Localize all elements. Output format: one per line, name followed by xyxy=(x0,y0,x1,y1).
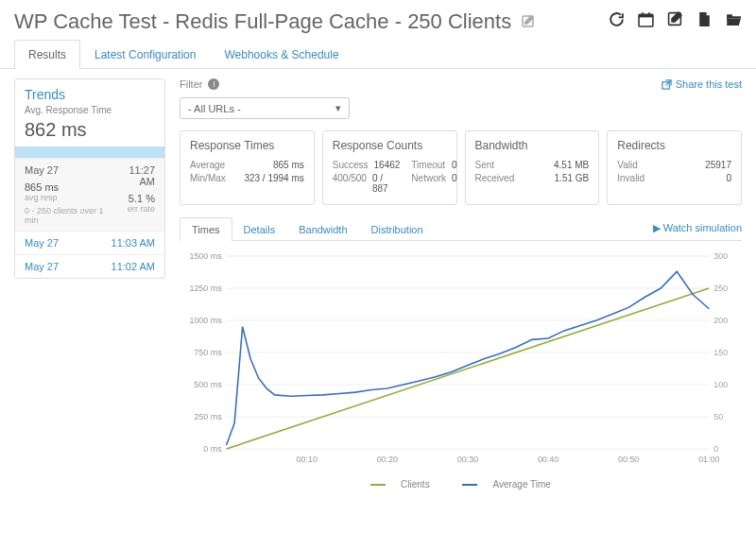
chart-tab-distribution[interactable]: Distribution xyxy=(359,217,436,241)
svg-text:50: 50 xyxy=(713,412,723,421)
svg-rect-3 xyxy=(642,12,644,15)
svg-text:100: 100 xyxy=(713,380,728,389)
page-title: WP Cache Test - Redis Full-Page Cache - … xyxy=(14,9,511,34)
tab-results[interactable]: Results xyxy=(14,40,80,69)
compose-icon[interactable] xyxy=(667,11,683,32)
filter-label: Filter xyxy=(180,78,202,90)
svg-text:01:00: 01:00 xyxy=(698,455,719,464)
trend-current-row[interactable]: May 27 865 ms avg resp 0 - 250 clients o… xyxy=(15,158,164,231)
trend-history-row[interactable]: May 27 11:03 AM xyxy=(15,231,164,254)
svg-text:00:40: 00:40 xyxy=(538,455,558,464)
tab-webhooks[interactable]: Webhooks & Schedule xyxy=(210,40,352,69)
trends-value: 862 ms xyxy=(15,119,164,146)
chart-tab-times[interactable]: Times xyxy=(180,217,232,241)
watch-simulation-link[interactable]: ▶ Watch simulation xyxy=(653,216,742,240)
svg-text:0 ms: 0 ms xyxy=(203,444,222,454)
trends-subtitle: Avg. Response Time xyxy=(25,105,155,115)
chart-tab-details[interactable]: Details xyxy=(232,217,288,241)
chart-times: 0 ms250 ms500 ms750 ms1000 ms1250 ms1500… xyxy=(180,249,742,475)
card-bandwidth: Bandwidth Sent4.51 MB Received1.51 GB xyxy=(465,130,600,205)
calendar-icon[interactable] xyxy=(638,11,654,32)
svg-text:00:10: 00:10 xyxy=(297,455,318,464)
folder-open-icon[interactable] xyxy=(726,11,742,32)
info-icon[interactable]: ! xyxy=(208,78,219,90)
refresh-icon[interactable] xyxy=(609,11,625,32)
trend-err-value: 5.1 % xyxy=(129,193,155,204)
svg-text:200: 200 xyxy=(713,316,728,325)
trend-time: 11:27 AM xyxy=(129,164,155,187)
svg-text:1000 ms: 1000 ms xyxy=(189,316,222,325)
card-redirects: Redirects Valid25917 Invalid0 xyxy=(607,130,742,205)
svg-rect-4 xyxy=(648,12,650,15)
svg-text:00:20: 00:20 xyxy=(377,455,398,464)
svg-text:0: 0 xyxy=(713,444,718,454)
trend-date: May 27 xyxy=(25,164,59,176)
svg-text:150: 150 xyxy=(713,348,728,357)
chart-tab-bandwidth[interactable]: Bandwidth xyxy=(286,217,359,241)
card-response-counts: Response Counts Success16462 400/5000 / … xyxy=(322,130,457,205)
trends-title: Trends xyxy=(25,87,155,102)
tab-latest-config[interactable]: Latest Configuration xyxy=(80,40,210,69)
trends-panel: Trends Avg. Response Time 862 ms May 27 … xyxy=(14,78,165,279)
url-filter-select[interactable]: - All URLs - ▾ xyxy=(180,97,350,119)
card-response-times: Response Times Average865 ms Min/Max323 … xyxy=(180,130,315,205)
chevron-down-icon: ▾ xyxy=(335,102,341,114)
trend-clients-line: 0 - 250 clients over 1 min xyxy=(25,206,113,225)
svg-rect-2 xyxy=(639,14,653,17)
edit-title-icon[interactable] xyxy=(521,14,536,29)
svg-text:750 ms: 750 ms xyxy=(194,348,222,357)
svg-text:250 ms: 250 ms xyxy=(194,412,222,421)
trend-err-label: err rate xyxy=(128,204,155,214)
trend-avg-label: avg resp xyxy=(25,193,58,202)
trends-sparkbar xyxy=(15,146,164,158)
svg-text:00:50: 00:50 xyxy=(618,455,639,464)
svg-text:300: 300 xyxy=(713,251,728,261)
copy-icon[interactable] xyxy=(696,11,713,32)
svg-text:500 ms: 500 ms xyxy=(194,380,222,389)
share-link[interactable]: Share this test xyxy=(662,78,742,90)
svg-text:1250 ms: 1250 ms xyxy=(189,284,222,293)
svg-text:250: 250 xyxy=(713,284,728,293)
chart-legend: Clients Average Time xyxy=(180,479,742,490)
trend-avg-value: 865 ms xyxy=(25,181,59,193)
svg-text:1500 ms: 1500 ms xyxy=(189,251,222,261)
svg-text:00:30: 00:30 xyxy=(457,455,478,464)
trend-history-row[interactable]: May 27 11:02 AM xyxy=(15,254,164,278)
